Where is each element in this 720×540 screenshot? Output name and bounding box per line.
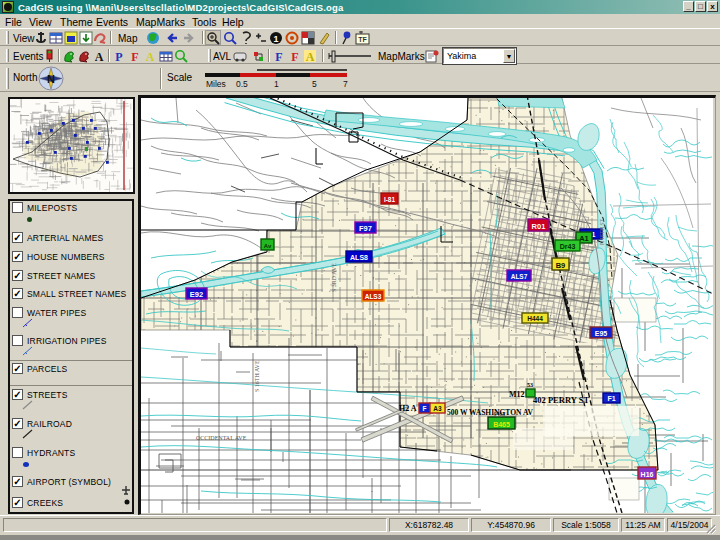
svg-text:F: F xyxy=(275,50,282,63)
svg-text:B465: B465 xyxy=(493,421,510,428)
svg-text:Av: Av xyxy=(264,243,272,249)
svg-text:Miles: Miles xyxy=(206,79,226,89)
svg-text:A: A xyxy=(95,50,104,63)
svg-text:E92: E92 xyxy=(190,290,203,299)
svg-text:OCCIDENTAL AVE: OCCIDENTAL AVE xyxy=(196,435,247,441)
svg-text:A: A xyxy=(306,50,315,63)
svg-text:F1: F1 xyxy=(607,395,615,402)
svg-text:F97: F97 xyxy=(359,224,372,233)
svg-text:A3: A3 xyxy=(433,405,442,412)
svg-text:1: 1 xyxy=(274,79,279,89)
svg-text:TF: TF xyxy=(358,36,367,43)
svg-text:F: F xyxy=(131,50,138,63)
svg-text:500 W WASHINGTON AV: 500 W WASHINGTON AV xyxy=(447,408,533,417)
svg-text:1: 1 xyxy=(273,34,278,44)
svg-text:0.5: 0.5 xyxy=(236,79,248,89)
svg-text:S 16TH AVE: S 16TH AVE xyxy=(254,360,260,392)
svg-text:S 3RD AVE: S 3RD AVE xyxy=(331,263,337,292)
svg-text:F: F xyxy=(423,405,427,412)
svg-text:F: F xyxy=(291,50,298,63)
svg-text:N: N xyxy=(47,73,55,85)
svg-text:Dr43: Dr43 xyxy=(560,243,576,250)
svg-text:402 PERRY ST: 402 PERRY ST xyxy=(533,395,589,405)
svg-text:P: P xyxy=(115,50,122,63)
svg-text:E95: E95 xyxy=(595,330,608,337)
svg-text:B9: B9 xyxy=(556,261,566,270)
svg-text:5: 5 xyxy=(312,79,317,89)
svg-text:I-81: I-81 xyxy=(384,196,396,203)
svg-text:ALS7: ALS7 xyxy=(511,273,528,280)
svg-text:R01: R01 xyxy=(532,222,546,231)
svg-text:9465: 9465 xyxy=(494,411,505,417)
svg-text:ALS3: ALS3 xyxy=(365,293,382,300)
svg-text:ALS8: ALS8 xyxy=(350,254,368,261)
svg-text:M12: M12 xyxy=(509,390,525,399)
svg-text:H444: H444 xyxy=(527,315,543,322)
svg-text:7: 7 xyxy=(343,79,348,89)
svg-text:N 18TH ST: N 18TH ST xyxy=(599,218,605,245)
svg-text:H2 A: H2 A xyxy=(399,404,417,413)
svg-text:53: 53 xyxy=(527,382,533,388)
svg-text:H16: H16 xyxy=(641,471,654,478)
svg-text:A: A xyxy=(146,50,155,63)
